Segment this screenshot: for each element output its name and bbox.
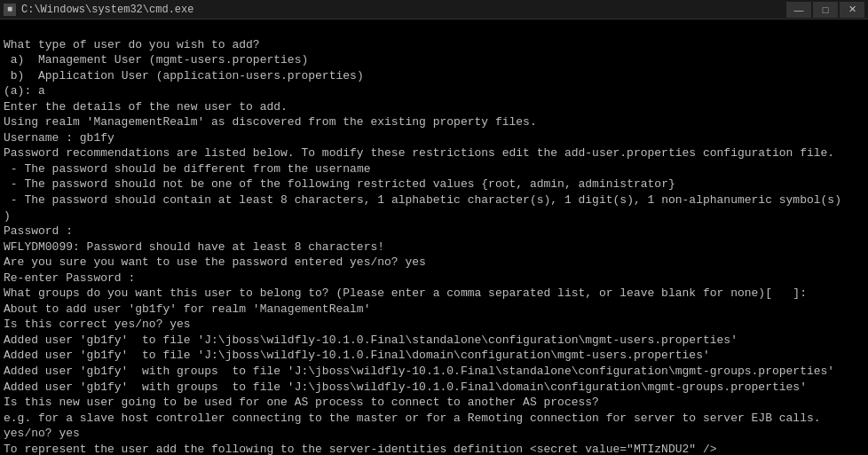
terminal-line: ) xyxy=(4,208,864,224)
terminal-body: What type of user do you wish to add? a)… xyxy=(0,20,868,455)
terminal-line: - The password should be different from … xyxy=(4,161,864,177)
terminal-line: What type of user do you wish to add? xyxy=(4,37,864,53)
maximize-button[interactable]: □ xyxy=(813,2,838,18)
terminal-line: Added user 'gb1fy' with groups to file '… xyxy=(4,380,864,396)
terminal-line: b) Application User (application-users.p… xyxy=(4,68,864,84)
terminal-line: e.g. for a slave host controller connect… xyxy=(4,411,864,427)
minimize-button[interactable]: — xyxy=(786,2,811,18)
terminal-line: yes/no? yes xyxy=(4,426,864,442)
terminal-line: Added user 'gb1fy' with groups to file '… xyxy=(4,364,864,380)
terminal-line: Added user 'gb1fy' to file 'J:\jboss\wil… xyxy=(4,333,864,349)
terminal-line: Using realm 'ManagementRealm' as discove… xyxy=(4,114,864,130)
terminal-line: - The password should contain at least 8… xyxy=(4,192,864,208)
window-title: C:\Windows\system32\cmd.exe xyxy=(21,4,193,16)
terminal-line: - The password should not be one of the … xyxy=(4,177,864,192)
terminal-line: Is this new user going to be used for on… xyxy=(4,395,864,411)
terminal-line: Are you sure you want to use the passwor… xyxy=(4,255,864,271)
terminal-line: Enter the details of the new user to add… xyxy=(4,99,864,115)
terminal-line: To represent the user add the following … xyxy=(4,442,864,455)
terminal-line: Username : gb1fy xyxy=(4,130,864,146)
cmd-icon: ■ xyxy=(4,4,16,16)
terminal-line: What groups do you want this user to bel… xyxy=(4,286,864,302)
terminal-line: Password : xyxy=(4,224,864,239)
terminal-line: (a): a xyxy=(4,83,864,99)
window-controls: — □ ✕ xyxy=(786,2,864,18)
terminal-line: a) Management User (mgmt-users.propertie… xyxy=(4,52,864,68)
terminal-line: About to add user 'gb1fy' for realm 'Man… xyxy=(4,302,864,318)
terminal-line: Added user 'gb1fy' to file 'J:\jboss\wil… xyxy=(4,348,864,364)
close-button[interactable]: ✕ xyxy=(840,2,864,18)
terminal-line: Is this correct yes/no? yes xyxy=(4,317,864,333)
terminal-line: Password recommendations are listed belo… xyxy=(4,145,864,161)
terminal-line: Re-enter Password : xyxy=(4,271,864,286)
terminal-line: WFLYDM0099: Password should have at leas… xyxy=(4,239,864,255)
title-bar-left: ■ C:\Windows\system32\cmd.exe xyxy=(4,4,193,16)
title-bar: ■ C:\Windows\system32\cmd.exe — □ ✕ xyxy=(0,0,868,20)
